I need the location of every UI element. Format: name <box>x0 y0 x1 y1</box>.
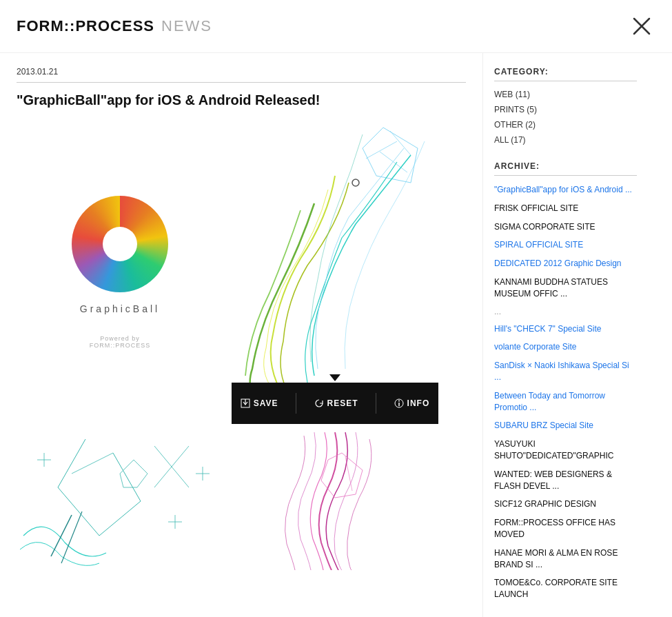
bottom-arrow <box>329 374 340 381</box>
svg-marker-2 <box>363 128 418 183</box>
close-icon <box>631 16 652 37</box>
svg-line-15 <box>113 453 141 501</box>
svg-line-27 <box>61 512 82 563</box>
content-area: 2013.01.21 "GraphicBall"app for iOS & An… <box>0 53 482 617</box>
archive-title: ARCHIVE: <box>494 161 637 176</box>
category-item: OTHER (2) <box>494 120 637 130</box>
active-image-area <box>232 121 438 383</box>
archive-item[interactable]: SanDisk × Naoki Ishikawa Special Si ... <box>494 360 637 383</box>
archive-item[interactable]: YASUYUKI SHUTO"DEDICATED"GRAPHIC <box>494 438 637 462</box>
svg-line-3 <box>390 131 411 155</box>
gallery-row-1: GraphicBall Powered by FORM::PROCESS <box>17 121 466 424</box>
svg-line-16 <box>72 453 113 474</box>
gallery-item-graphicball[interactable]: GraphicBall Powered by FORM::PROCESS <box>17 121 223 424</box>
svg-line-12 <box>58 439 85 487</box>
gallery-item-active[interactable]: SAVE RESET <box>232 121 438 424</box>
archive-list: "GraphicBall"app for iOS & Android ...FR… <box>494 184 637 600</box>
category-link[interactable]: WEB (11) <box>494 90 530 99</box>
svg-marker-28 <box>321 453 363 498</box>
article-date: 2013.01.21 <box>17 67 466 83</box>
info-button[interactable]: INFO <box>394 398 430 408</box>
svg-point-11 <box>398 401 400 402</box>
graphicball-brand2: FORM::PROCESS <box>90 342 151 349</box>
save-icon <box>241 398 250 408</box>
info-icon <box>394 398 404 408</box>
archive-item[interactable]: TOMOE&Co. CORPORATE SITE LAUNCH <box>494 577 637 600</box>
archive-item[interactable]: FORM::PROCESS OFFICE HAS MOVED <box>494 517 637 540</box>
header: FORM::PROCESSNEWS <box>0 0 672 53</box>
bottom-left-svg <box>17 432 223 570</box>
svg-marker-25 <box>120 460 147 487</box>
svg-line-5 <box>366 141 397 159</box>
svg-line-14 <box>99 501 141 536</box>
archive-section: ARCHIVE: "GraphicBall"app for iOS & Andr… <box>494 161 637 600</box>
category-item: ALL (17) <box>494 135 637 145</box>
svg-line-26 <box>51 515 72 556</box>
category-title: CATEGORY: <box>494 67 637 81</box>
sidebar: CATEGORY: WEB (11)PRINTS (5)OTHER (2)ALL… <box>482 53 648 617</box>
graphicball-label: GraphicBall <box>80 303 160 314</box>
svg-line-13 <box>58 487 99 536</box>
archive-item[interactable]: KANNAMI BUDDHA STATUES MUSEUM OFFIC ... <box>494 276 637 300</box>
archive-item[interactable]: HANAE MORI & ALMA EN ROSE BRAND SI ... <box>494 547 637 571</box>
image-toolbar: SAVE RESET <box>232 383 438 424</box>
archive-item[interactable]: volante Corporate Site <box>494 341 637 353</box>
logo: FORM::PROCESSNEWS <box>17 17 212 35</box>
article-title: "GraphicBall"app for iOS & Android Relea… <box>17 92 466 108</box>
category-link[interactable]: PRINTS (5) <box>494 105 537 114</box>
logo-news: NEWS <box>161 17 212 34</box>
archive-item[interactable]: DEDICATED 2012 Graphic Design <box>494 258 637 270</box>
main-layout: 2013.01.21 "GraphicBall"app for iOS & An… <box>0 53 672 617</box>
close-button[interactable] <box>628 12 655 40</box>
archive-separator: ... <box>494 307 637 316</box>
svg-point-6 <box>352 179 359 186</box>
graphicball-hole <box>103 227 137 261</box>
reset-label: RESET <box>327 398 358 408</box>
archive-item[interactable]: "GraphicBall"app for iOS & Android ... <box>494 184 637 196</box>
graphicball-brand: Powered by <box>100 335 140 342</box>
category-item: WEB (11) <box>494 90 637 99</box>
archive-item[interactable]: Between Today and Tomorrow Promotio ... <box>494 390 637 414</box>
line-art-svg <box>232 121 438 383</box>
logo-form[interactable]: FORM::PROCESS <box>17 17 154 34</box>
category-list: WEB (11)PRINTS (5)OTHER (2)ALL (17) <box>494 90 637 145</box>
archive-item[interactable]: FRISK OFFICIAL SITE <box>494 203 637 214</box>
archive-item[interactable]: SIGMA CORPORATE SITE <box>494 221 637 233</box>
graphicball-circle <box>72 196 168 292</box>
category-link[interactable]: OTHER (2) <box>494 120 536 130</box>
archive-item[interactable]: WANTED: WEB DESIGNERS & FLASH DEVEL ... <box>494 469 637 492</box>
bottom-right-svg <box>232 432 438 570</box>
archive-item[interactable]: SUBARU BRZ Special Site <box>494 420 637 432</box>
gallery-item-bottom-right[interactable] <box>232 432 438 570</box>
svg-line-4 <box>380 152 407 172</box>
category-item: PRINTS (5) <box>494 105 637 114</box>
svg-line-29 <box>345 456 352 491</box>
toolbar-divider-1 <box>296 393 296 414</box>
save-button[interactable]: SAVE <box>241 398 278 408</box>
graphicball-image: GraphicBall Powered by FORM::PROCESS <box>17 121 223 424</box>
save-label: SAVE <box>254 398 278 408</box>
gallery-item-bottom-left[interactable] <box>17 432 223 570</box>
toolbar-divider-2 <box>376 393 376 414</box>
reset-button[interactable]: RESET <box>314 398 358 408</box>
category-link[interactable]: ALL (17) <box>494 135 526 145</box>
archive-item[interactable]: SPIRAL OFFICIAL SITE <box>494 239 637 251</box>
reset-icon <box>314 398 324 408</box>
info-label: INFO <box>407 398 430 408</box>
archive-item[interactable]: SICF12 GRAPHIC DESIGN <box>494 498 637 510</box>
gallery-row-2 <box>17 432 466 570</box>
archive-item[interactable]: Hill's "CHECK 7" Special Site <box>494 323 637 335</box>
